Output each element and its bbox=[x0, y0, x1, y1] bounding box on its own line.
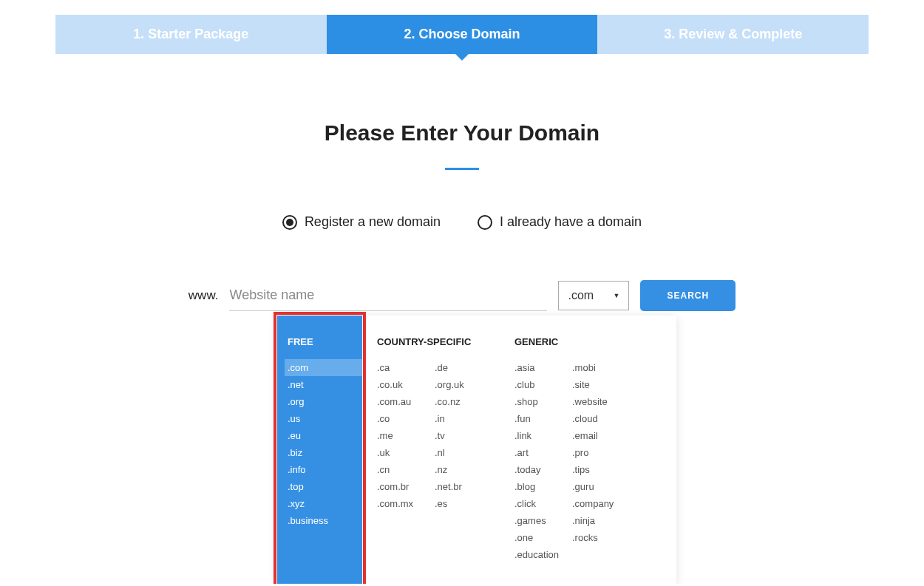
tld-item[interactable]: .nl bbox=[435, 444, 492, 461]
tld-item-biz[interactable]: .biz bbox=[285, 444, 362, 461]
tld-item[interactable]: .email bbox=[572, 427, 630, 444]
tld-item[interactable]: .org.uk bbox=[435, 376, 492, 393]
tld-item[interactable]: .club bbox=[514, 376, 572, 393]
tld-item[interactable]: .co bbox=[377, 410, 435, 427]
generic-column-title: GENERIC bbox=[514, 336, 630, 347]
radio-already-have[interactable]: I already have a domain bbox=[478, 214, 642, 230]
tld-item[interactable]: .co.uk bbox=[377, 376, 435, 393]
tld-item[interactable]: .shop bbox=[514, 393, 572, 410]
tld-item-xyz[interactable]: .xyz bbox=[285, 495, 362, 512]
radio-register-label: Register a new domain bbox=[305, 214, 441, 230]
tld-item[interactable]: .site bbox=[572, 376, 630, 393]
tld-item[interactable]: .ninja bbox=[572, 512, 630, 529]
tld-item[interactable]: .pro bbox=[572, 444, 630, 461]
tld-item[interactable]: .uk bbox=[377, 444, 435, 461]
tld-item[interactable]: .es bbox=[435, 495, 492, 512]
page-title: Please Enter Your Domain bbox=[55, 120, 869, 146]
tld-item-us[interactable]: .us bbox=[285, 410, 362, 427]
tld-item[interactable]: .me bbox=[377, 427, 435, 444]
tld-selector[interactable]: .com ▼ bbox=[558, 281, 629, 310]
title-divider bbox=[445, 168, 479, 170]
tld-item[interactable]: .cn bbox=[377, 461, 435, 478]
radio-selected-icon bbox=[282, 215, 297, 230]
step-starter-package[interactable]: 1. Starter Package bbox=[55, 15, 327, 54]
step-choose-domain[interactable]: 2. Choose Domain bbox=[327, 15, 598, 54]
tld-item[interactable]: .website bbox=[572, 393, 630, 410]
free-column-title: FREE bbox=[288, 336, 362, 347]
tld-item-org[interactable]: .org bbox=[285, 393, 362, 410]
tld-item[interactable]: .net.br bbox=[435, 478, 492, 495]
tld-item[interactable]: .com.br bbox=[377, 478, 435, 495]
search-button[interactable]: SEARCH bbox=[640, 280, 736, 311]
tld-item[interactable]: .com.mx bbox=[377, 495, 435, 512]
tld-item-top[interactable]: .top bbox=[285, 478, 362, 495]
tld-item[interactable]: .nz bbox=[435, 461, 492, 478]
tld-item[interactable]: .mobi bbox=[572, 359, 630, 376]
tld-item[interactable]: .tips bbox=[572, 461, 630, 478]
domain-search-row: www. .com ▼ SEARCH bbox=[55, 280, 869, 311]
tld-item[interactable]: .rocks bbox=[572, 529, 630, 546]
progress-steps: 1. Starter Package 2. Choose Domain 3. R… bbox=[55, 15, 869, 54]
tld-item-eu[interactable]: .eu bbox=[285, 427, 362, 444]
chevron-down-icon: ▼ bbox=[614, 292, 620, 299]
tld-item[interactable]: .games bbox=[514, 512, 572, 529]
tld-item[interactable]: .co.nz bbox=[435, 393, 492, 410]
tld-item[interactable]: .guru bbox=[572, 478, 630, 495]
www-prefix-label: www. bbox=[188, 288, 219, 303]
tld-item[interactable]: .de bbox=[435, 359, 492, 376]
tld-item[interactable]: .art bbox=[514, 444, 572, 461]
tld-item[interactable]: .click bbox=[514, 495, 572, 512]
tld-item[interactable]: .asia bbox=[514, 359, 572, 376]
free-tld-column: FREE .com .net .org .us .eu .biz .info .… bbox=[277, 316, 362, 584]
tld-item-info[interactable]: .info bbox=[285, 461, 362, 478]
domain-name-input[interactable] bbox=[229, 280, 547, 311]
tld-item[interactable]: .blog bbox=[514, 478, 572, 495]
tld-selected-label: .com bbox=[568, 289, 594, 302]
tld-item-com[interactable]: .com bbox=[285, 359, 362, 376]
radio-existing-label: I already have a domain bbox=[500, 214, 642, 230]
step-review-complete[interactable]: 3. Review & Complete bbox=[597, 15, 869, 54]
tld-item-business[interactable]: .business bbox=[285, 512, 362, 529]
tld-item[interactable]: .ca bbox=[377, 359, 435, 376]
radio-register-new[interactable]: Register a new domain bbox=[282, 214, 441, 230]
tld-item[interactable]: .fun bbox=[514, 410, 572, 427]
domain-option-radio-group: Register a new domain I already have a d… bbox=[55, 214, 869, 230]
tld-item[interactable]: .one bbox=[514, 529, 572, 546]
tld-dropdown-panel: FREE .com .net .org .us .eu .biz .info .… bbox=[277, 316, 676, 584]
tld-item[interactable]: .link bbox=[514, 427, 572, 444]
country-column-title: COUNTRY-SPECIFIC bbox=[377, 336, 492, 347]
tld-item[interactable]: .in bbox=[435, 410, 492, 427]
tld-item[interactable]: .company bbox=[572, 495, 630, 512]
tld-item[interactable]: .today bbox=[514, 461, 572, 478]
tld-item[interactable]: .com.au bbox=[377, 393, 435, 410]
tld-item[interactable]: .cloud bbox=[572, 410, 630, 427]
tld-item[interactable]: .education bbox=[514, 546, 572, 563]
radio-unselected-icon bbox=[478, 215, 492, 230]
tld-item[interactable]: .tv bbox=[435, 427, 492, 444]
tld-item-net[interactable]: .net bbox=[285, 376, 362, 393]
